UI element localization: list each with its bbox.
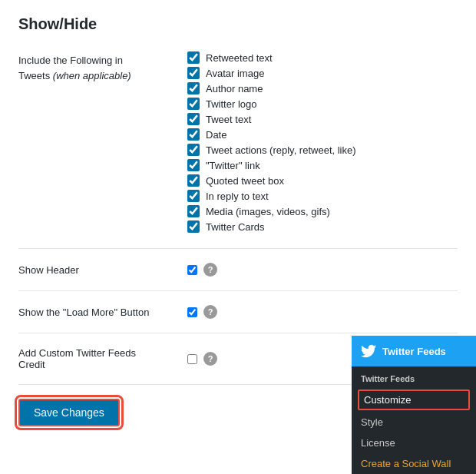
label-date: Date bbox=[206, 129, 226, 141]
label-avatar_image: Avatar image bbox=[206, 68, 264, 79]
label-tweet_text: Tweet text bbox=[206, 114, 251, 125]
credit-help-icon[interactable]: ? bbox=[203, 352, 217, 366]
checkbox-row: Quoted tweet box bbox=[187, 174, 356, 187]
label-quoted_tweet: Quoted tweet box bbox=[206, 175, 284, 187]
checkbox-row: Tweet actions (reply, retweet, like) bbox=[187, 144, 356, 156]
show-header-row: Show Header ? bbox=[18, 263, 458, 277]
label-twitter_link: "Twitter" link bbox=[206, 160, 260, 171]
checkbox-in_reply[interactable] bbox=[187, 190, 200, 202]
credit-checkbox[interactable] bbox=[187, 354, 197, 364]
checkbox-row: "Twitter" link bbox=[187, 159, 356, 171]
checkbox-row: Author name bbox=[187, 82, 356, 94]
load-more-label: Show the "Load More" Button bbox=[18, 307, 187, 318]
twitter-bird-icon bbox=[361, 343, 376, 359]
label-tweet_actions: Tweet actions (reply, retweet, like) bbox=[206, 144, 356, 156]
sidebar-item-style[interactable]: Style bbox=[352, 412, 476, 433]
save-changes-button[interactable]: Save Changes bbox=[18, 399, 120, 426]
checkbox-twitter_link[interactable] bbox=[187, 159, 200, 171]
label-retweeted_text: Retweeted text bbox=[206, 52, 273, 64]
checkbox-twitter_logo[interactable] bbox=[187, 98, 200, 110]
checkbox-media[interactable] bbox=[187, 205, 200, 217]
label-twitter_cards: Twitter Cards bbox=[206, 221, 265, 233]
checkbox-row: Media (images, videos, gifs) bbox=[187, 205, 356, 217]
sidebar-header: Twitter Feeds bbox=[352, 336, 476, 366]
label-twitter_logo: Twitter logo bbox=[206, 98, 256, 110]
checkbox-row: Date bbox=[187, 128, 356, 141]
checkbox-quoted_tweet[interactable] bbox=[187, 174, 200, 187]
load-more-help-icon[interactable]: ? bbox=[203, 305, 217, 319]
checkbox-row: Tweet text bbox=[187, 113, 356, 125]
sidebar-item-customize[interactable]: Customize bbox=[358, 389, 470, 410]
credit-controls: ? bbox=[187, 352, 217, 366]
label-in_reply: In reply to text bbox=[206, 191, 269, 202]
include-label: Include the Following in Tweets (when ap… bbox=[18, 51, 187, 83]
load-more-checkbox[interactable] bbox=[187, 307, 197, 317]
page-title: Show/Hide bbox=[18, 15, 458, 33]
checkbox-row: Twitter Cards bbox=[187, 220, 356, 233]
sidebar-item-license[interactable]: License bbox=[352, 433, 476, 453]
checkbox-tweet_text[interactable] bbox=[187, 113, 200, 125]
sidebar-items: CustomizeStyleLicenseCreate a Social Wal… bbox=[352, 389, 476, 474]
checkbox-row: In reply to text bbox=[187, 190, 356, 202]
checkbox-avatar_image[interactable] bbox=[187, 67, 200, 79]
checkbox-date[interactable] bbox=[187, 128, 200, 141]
checkbox-retweeted_text[interactable] bbox=[187, 51, 200, 64]
show-header-help-icon[interactable]: ? bbox=[203, 263, 217, 277]
include-section: Include the Following in Tweets (when ap… bbox=[18, 51, 458, 233]
checkbox-row: Twitter logo bbox=[187, 98, 356, 110]
load-more-row: Show the "Load More" Button ? bbox=[18, 305, 458, 319]
label-author_name: Author name bbox=[206, 83, 263, 94]
checkbox-row: Avatar image bbox=[187, 67, 356, 79]
credit-label: Add Custom Twitter Feeds Credit bbox=[18, 347, 187, 370]
sidebar-overlay: Twitter Feeds Twitter Feeds CustomizeSty… bbox=[352, 336, 476, 474]
sidebar-item-create_social_wall[interactable]: Create a Social Wall bbox=[352, 453, 476, 474]
checkboxes-column: Retweeted textAvatar imageAuthor nameTwi… bbox=[187, 51, 356, 233]
label-media: Media (images, videos, gifs) bbox=[206, 206, 330, 217]
show-header-controls: ? bbox=[187, 263, 217, 277]
show-header-label: Show Header bbox=[18, 264, 187, 276]
checkbox-twitter_cards[interactable] bbox=[187, 220, 200, 233]
show-header-checkbox[interactable] bbox=[187, 265, 197, 275]
sidebar-section-title: Twitter Feeds bbox=[352, 366, 476, 388]
checkbox-tweet_actions[interactable] bbox=[187, 144, 200, 156]
checkbox-author_name[interactable] bbox=[187, 82, 200, 94]
sidebar-header-label: Twitter Feeds bbox=[382, 346, 446, 357]
checkbox-row: Retweeted text bbox=[187, 51, 356, 64]
load-more-controls: ? bbox=[187, 305, 217, 319]
